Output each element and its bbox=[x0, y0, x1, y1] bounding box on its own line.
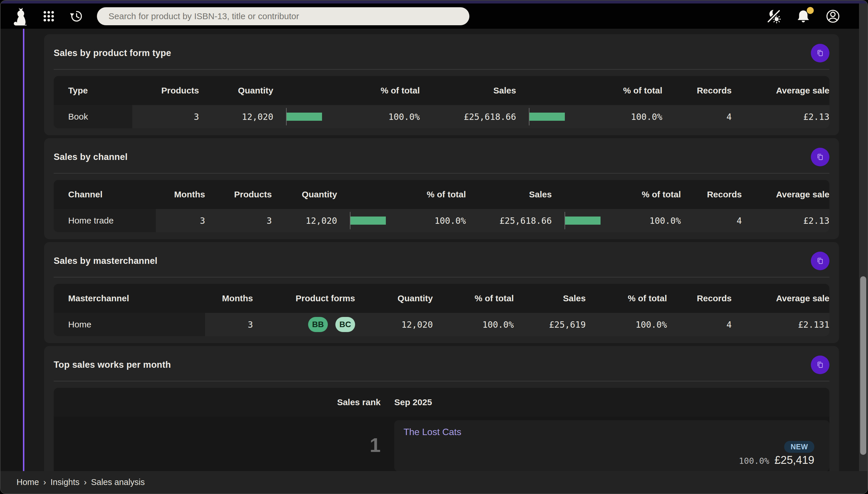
cell-quantity: 12,020 bbox=[362, 320, 433, 330]
sales-rank-number: 1 bbox=[54, 417, 381, 479]
cell-records: 4 bbox=[681, 216, 742, 226]
work-percent: 100.0% bbox=[739, 456, 769, 466]
work-title-link[interactable]: The Lost Cats bbox=[403, 427, 461, 437]
cell-sales-pct: 100.0% bbox=[618, 216, 681, 226]
cell-products: 3 bbox=[132, 112, 199, 122]
card-top-sales-works: Top sales works per month Sales rank Sep… bbox=[44, 346, 839, 479]
table-header-row: Masterchannel Months Product forms Quant… bbox=[54, 284, 829, 313]
quantity-bar-cell bbox=[273, 105, 339, 128]
cell-average-sale: £2.131 bbox=[732, 320, 829, 330]
sales-bar bbox=[529, 113, 565, 121]
card-divider bbox=[54, 69, 829, 70]
card-divider bbox=[54, 173, 829, 174]
col-header-product-forms: Product forms bbox=[253, 293, 362, 303]
card-sales-by-product-form-type: Sales by product form type Type Products… bbox=[44, 34, 839, 135]
top-navigation-bar bbox=[1, 3, 860, 29]
breadcrumb-separator: › bbox=[84, 477, 87, 487]
copy-button[interactable] bbox=[811, 44, 829, 62]
scrollbar-track[interactable] bbox=[859, 3, 867, 472]
sales-bar bbox=[565, 216, 600, 225]
cell-sales: £25,618.66 bbox=[466, 216, 552, 226]
cell-qty-pct: 100.0% bbox=[433, 320, 514, 330]
sales-bar-cell bbox=[552, 209, 618, 232]
table-row[interactable]: Home trade 3 3 12,020 100.0% £25,618.66 … bbox=[54, 209, 829, 232]
cell-qty-pct: 100.0% bbox=[339, 112, 420, 122]
theme-toggle-icon[interactable] bbox=[766, 8, 782, 24]
cell-quantity: 12,020 bbox=[199, 112, 273, 122]
col-header-quantity: Quantity bbox=[272, 190, 337, 200]
cell-sales-pct: 100.0% bbox=[586, 320, 667, 330]
col-header-sales: Sales bbox=[466, 190, 552, 200]
apps-grid-icon[interactable] bbox=[41, 8, 57, 24]
quantity-bar-cell bbox=[337, 209, 404, 232]
col-header-sales-rank: Sales rank bbox=[54, 397, 381, 407]
col-header-months: Months bbox=[156, 190, 205, 200]
col-header-months: Months bbox=[205, 293, 253, 303]
card-sales-by-channel: Sales by channel Channel Months Products… bbox=[44, 138, 839, 239]
col-header-channel: Channel bbox=[54, 190, 156, 200]
table-row[interactable]: Home 3 BB BC 12,020 100.0% £25,619 100.0… bbox=[54, 313, 829, 336]
cell-channel: Home trade bbox=[54, 209, 156, 232]
breadcrumb-insights[interactable]: Insights bbox=[51, 477, 79, 487]
copy-button[interactable] bbox=[811, 356, 829, 374]
cell-quantity: 12,020 bbox=[272, 216, 337, 226]
cell-average-sale: £2.13 bbox=[732, 112, 829, 122]
col-header-average-sale: Average sale bbox=[732, 86, 829, 95]
product-form-pill-bb[interactable]: BB bbox=[308, 317, 328, 332]
col-header-records: Records bbox=[667, 293, 732, 303]
card-divider bbox=[54, 381, 829, 381]
col-header-sales-pct: % of total bbox=[618, 190, 681, 200]
breadcrumb-current-page: Sales analysis bbox=[91, 477, 145, 487]
cell-records: 4 bbox=[662, 112, 732, 122]
top-sales-table: Sales rank Sep 2025 1 The Lost Cats NEW … bbox=[54, 388, 829, 479]
cat-logo-icon[interactable] bbox=[11, 6, 29, 26]
cell-masterchannel: Home bbox=[54, 313, 205, 336]
card-divider bbox=[54, 277, 829, 278]
cell-sales: £25,619 bbox=[514, 320, 586, 330]
col-header-type: Type bbox=[54, 86, 132, 95]
insights-cards: Sales by product form type Type Products… bbox=[44, 34, 839, 482]
cell-type: Book bbox=[54, 105, 132, 128]
card-title: Top sales works per month bbox=[54, 360, 171, 370]
col-header-month: Sep 2025 bbox=[381, 397, 829, 407]
card-sales-by-masterchannel: Sales by masterchannel Masterchannel Mon… bbox=[44, 242, 839, 343]
card-title: Sales by product form type bbox=[54, 48, 171, 58]
col-header-products: Products bbox=[132, 86, 199, 95]
col-header-products: Products bbox=[205, 190, 272, 200]
account-icon[interactable] bbox=[825, 8, 841, 24]
product-form-table: Type Products Quantity % of total Sales … bbox=[54, 76, 829, 128]
col-header-records: Records bbox=[662, 86, 732, 95]
col-header-sales-pct: % of total bbox=[581, 86, 662, 95]
scrollbar-thumb[interactable] bbox=[860, 276, 866, 455]
col-header-qty-pct: % of total bbox=[339, 86, 420, 95]
notifications-bell-icon[interactable] bbox=[795, 8, 811, 24]
work-sales-amount: £25,419 bbox=[774, 454, 814, 467]
col-header-masterchannel: Masterchannel bbox=[54, 293, 205, 303]
col-header-quantity: Quantity bbox=[362, 293, 433, 303]
left-gutter bbox=[1, 29, 23, 472]
work-card[interactable]: The Lost Cats NEW 100.0% £25,419 bbox=[394, 420, 829, 471]
col-header-qty-pct: % of total bbox=[404, 190, 466, 200]
cell-sales-pct: 100.0% bbox=[581, 112, 662, 122]
col-header-records: Records bbox=[681, 190, 742, 200]
breadcrumb-bar: Home › Insights › Sales analysis bbox=[1, 471, 867, 493]
table-header-row: Type Products Quantity % of total Sales … bbox=[54, 76, 829, 105]
masterchannel-table: Masterchannel Months Product forms Quant… bbox=[54, 284, 829, 336]
new-badge: NEW bbox=[784, 441, 814, 453]
table-row[interactable]: Book 3 12,020 100.0% £25,618.66 100.0% 4… bbox=[54, 105, 829, 128]
breadcrumb-home[interactable]: Home bbox=[17, 477, 39, 487]
history-icon[interactable] bbox=[68, 8, 85, 24]
notification-badge-dot bbox=[807, 7, 814, 14]
cell-qty-pct: 100.0% bbox=[404, 216, 466, 226]
copy-button[interactable] bbox=[811, 148, 829, 166]
product-form-pill-bc[interactable]: BC bbox=[335, 317, 355, 332]
cell-records: 4 bbox=[667, 320, 732, 330]
table-body-row: 1 The Lost Cats NEW 100.0% £25,419 bbox=[54, 417, 829, 479]
window-title-strip bbox=[1, 1, 867, 3]
cell-average-sale: £2.13 bbox=[742, 216, 829, 226]
cell-sales: £25,618.66 bbox=[420, 112, 516, 122]
search-input[interactable] bbox=[97, 7, 469, 25]
table-header-row: Channel Months Products Quantity % of to… bbox=[54, 180, 829, 209]
breadcrumb-separator: › bbox=[43, 477, 46, 487]
copy-button[interactable] bbox=[811, 252, 829, 270]
